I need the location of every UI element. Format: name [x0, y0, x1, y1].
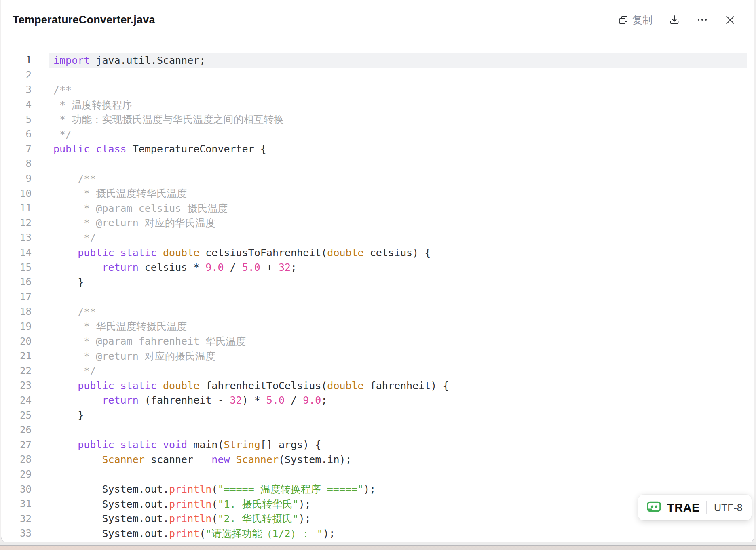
line-number: 23 [1, 380, 32, 391]
code-text: * @param fahrenheit 华氏温度 [49, 334, 747, 349]
line-number: 24 [1, 395, 32, 406]
code-text [49, 156, 747, 171]
line-number: 20 [1, 336, 32, 347]
line-number: 32 [1, 513, 32, 525]
line-number: 31 [1, 498, 32, 510]
code-line: 19 * 华氏温度转摄氏温度 [1, 319, 754, 334]
code-text: */ [49, 230, 747, 245]
code-text: } [49, 275, 747, 290]
code-line: 28 Scanner scanner = new Scanner(System.… [1, 452, 754, 467]
code-line: 4 * 温度转换程序 [1, 97, 754, 112]
code-line: 20 * @param fahrenheit 华氏温度 [1, 334, 754, 349]
code-line: 18 /** [1, 304, 754, 319]
code-text: * 温度转换程序 [49, 97, 747, 112]
code-text: /** [49, 82, 747, 97]
copy-button-label: 复制 [632, 13, 653, 27]
code-text: public static double fahrenheitToCelsius… [49, 378, 747, 393]
line-number: 33 [1, 528, 32, 539]
code-text: System.out.print("请选择功能（1/2）： "); [49, 526, 747, 541]
code-line: 21 * @return 对应的摄氏温度 [1, 349, 754, 364]
line-number: 10 [1, 188, 32, 199]
line-number: 4 [1, 99, 32, 110]
code-text [49, 290, 747, 305]
code-text [49, 467, 747, 482]
code-text: /** [49, 304, 747, 319]
code-text [49, 423, 747, 438]
line-number: 14 [1, 247, 32, 258]
line-number: 8 [1, 158, 32, 169]
code-line: 10 * 摄氏温度转华氏温度 [1, 186, 754, 201]
background-scroll-strip [0, 542, 756, 550]
code-line: 12 * @return 对应的华氏温度 [1, 216, 754, 231]
code-line: 5 * 功能：实现摄氏温度与华氏温度之间的相互转换 [1, 112, 754, 127]
code-line: 30 System.out.println("===== 温度转换程序 ====… [1, 482, 754, 497]
code-line: 13 */ [1, 230, 754, 245]
line-number: 9 [1, 173, 32, 184]
code-line: 27 public static void main(String[] args… [1, 437, 754, 452]
code-text: * @return 对应的华氏温度 [49, 216, 747, 231]
encoding-label: UTF-8 [714, 502, 743, 514]
code-editor[interactable]: 1import java.util.Scanner;23/**4 * 温度转换程… [1, 40, 754, 541]
header-actions: 复制 [618, 13, 736, 27]
code-line: 11 * @param celsius 摄氏温度 [1, 201, 754, 216]
line-number: 2 [1, 70, 32, 81]
code-line: 8 [1, 156, 754, 171]
code-line: 29 [1, 467, 754, 482]
line-number: 18 [1, 306, 32, 317]
brand-wordmark: TRAE [667, 501, 700, 514]
code-text: return celsius * 9.0 / 5.0 + 32; [49, 260, 747, 275]
close-icon [724, 14, 736, 26]
code-line: 26 [1, 423, 754, 438]
line-number: 12 [1, 217, 32, 229]
code-line: 7public class TemperatureConverter { [1, 142, 754, 157]
code-text [49, 68, 747, 83]
download-icon [669, 14, 680, 25]
more-icon [696, 14, 708, 25]
code-line: 33 System.out.print("请选择功能（1/2）： "); [1, 526, 754, 541]
code-line: 1import java.util.Scanner; [1, 53, 754, 68]
code-line: 25 } [1, 408, 754, 423]
line-number: 28 [1, 454, 32, 465]
line-number: 19 [1, 321, 32, 332]
code-text: * 摄氏温度转华氏温度 [49, 186, 747, 201]
code-text: */ [49, 127, 747, 142]
line-number: 6 [1, 129, 32, 140]
line-number: 22 [1, 365, 32, 377]
badge-divider [706, 501, 707, 514]
code-line: 15 return celsius * 9.0 / 5.0 + 32; [1, 260, 754, 275]
file-title: TemperatureConverter.java [13, 14, 155, 26]
line-number: 26 [1, 424, 32, 436]
code-line: 9 /** [1, 171, 754, 186]
code-text: public class TemperatureConverter { [49, 142, 747, 157]
line-number: 1 [1, 55, 32, 66]
code-line: 23 public static double fahrenheitToCels… [1, 378, 754, 393]
line-number: 16 [1, 276, 32, 288]
code-line: 22 */ [1, 363, 754, 378]
file-preview-panel: TemperatureConverter.java 复制 [1, 0, 754, 544]
code-line: 3/** [1, 82, 754, 97]
code-lines: 1import java.util.Scanner;23/**4 * 温度转换程… [1, 53, 754, 541]
code-text: */ [49, 363, 747, 378]
code-line: 2 [1, 68, 754, 83]
code-line: 14 public static double celsiusToFahrenh… [1, 245, 754, 260]
trae-logo-icon [646, 500, 662, 515]
copy-button[interactable]: 复制 [618, 13, 653, 27]
line-number: 27 [1, 439, 32, 451]
more-button[interactable] [696, 14, 708, 25]
line-number: 15 [1, 262, 32, 273]
code-text: * 华氏温度转摄氏温度 [49, 319, 747, 334]
code-text: } [49, 408, 747, 423]
code-line: 24 return (fahrenheit - 32) * 5.0 / 9.0; [1, 393, 754, 408]
code-text: return (fahrenheit - 32) * 5.0 / 9.0; [49, 393, 747, 408]
code-text: * @param celsius 摄氏温度 [49, 201, 747, 216]
close-button[interactable] [724, 14, 736, 26]
panel-header: TemperatureConverter.java 复制 [1, 0, 754, 40]
code-text: * @return 对应的摄氏温度 [49, 349, 747, 364]
download-button[interactable] [669, 14, 680, 25]
line-number: 7 [1, 143, 32, 155]
line-number: 13 [1, 232, 32, 243]
code-text: System.out.println("===== 温度转换程序 =====")… [49, 482, 747, 497]
line-number: 5 [1, 114, 32, 125]
copy-icon [618, 15, 629, 25]
line-number: 30 [1, 484, 32, 495]
